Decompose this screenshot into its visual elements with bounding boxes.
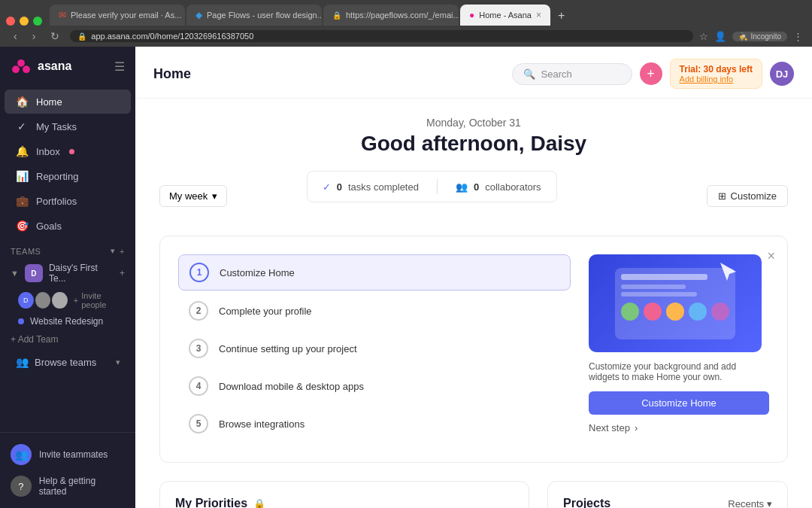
- recents-label: Recents: [728, 498, 764, 509]
- sidebar: asana ☰ 🏠 Home ✓ My Tasks 🔔 Inbox 📊 Repo…: [0, 47, 135, 508]
- collaborators-stat: 👥 0 collaborators: [456, 181, 541, 193]
- sidebar-item-my-tasks[interactable]: ✓ My Tasks: [5, 114, 131, 138]
- projects-title: Projects: [563, 497, 611, 508]
- teams-section-header[interactable]: Teams ▾ +: [11, 246, 125, 256]
- preview-mockup-container: [615, 268, 735, 339]
- teams-section: Teams ▾ +: [0, 239, 135, 259]
- collaborators-icon: 👥: [456, 181, 468, 193]
- member-avatar-3: [52, 292, 68, 309]
- recents-selector[interactable]: Recents ▾: [728, 498, 772, 509]
- sidebar-item-home[interactable]: 🏠 Home: [5, 90, 131, 114]
- week-selector[interactable]: My week ▾: [159, 185, 227, 207]
- menu-button[interactable]: ⋮: [793, 31, 803, 42]
- add-button[interactable]: +: [640, 62, 662, 85]
- step-num-3: 3: [189, 339, 208, 358]
- asana-favicon: ●: [469, 10, 474, 20]
- browser-tab-pageflows[interactable]: ◆ Page Flows - user flow design... ×: [186, 5, 322, 26]
- step-item-3[interactable]: 3 Continue setting up your project: [178, 331, 571, 366]
- week-label: My week: [169, 190, 208, 202]
- sidebar-toggle-button[interactable]: ☰: [114, 59, 125, 74]
- sidebar-label-goals: Goals: [36, 221, 62, 232]
- add-billing-link[interactable]: Add billing info: [680, 75, 753, 84]
- main-header: Home 🔍 Search + Trial: 30 days left Add …: [135, 47, 812, 99]
- tab-label: Page Flows - user flow design...: [207, 11, 322, 20]
- home-content-area: Monday, October 31 Good afternoon, Daisy…: [135, 99, 812, 508]
- browse-teams-label: Browse teams: [35, 357, 96, 368]
- preview-text: Customize your background and add widget…: [589, 361, 769, 382]
- collaborators-num: 0: [474, 181, 479, 193]
- fullscreen-traffic-light[interactable]: [33, 17, 42, 26]
- header-actions: 🔍 Search + Trial: 30 days left Add billi…: [512, 59, 794, 89]
- team-name: Daisy's First Te...: [49, 263, 114, 284]
- recents-chevron: ▾: [767, 498, 772, 509]
- teams-browse-icon: 👥: [15, 355, 29, 369]
- url-text: app.asana.com/0/home/1203269616387050: [91, 32, 253, 41]
- profile-button[interactable]: 👤: [714, 31, 726, 42]
- next-step-link[interactable]: Next step ›: [589, 422, 769, 433]
- mockup-line-1: [621, 274, 707, 280]
- customize-button[interactable]: ⊞ Customize: [707, 185, 788, 207]
- priorities-title: My Priorities 🔒: [175, 497, 265, 508]
- portfolios-icon: 💼: [15, 194, 29, 208]
- greeting-section: Monday, October 31 Good afternoon, Daisy: [159, 117, 788, 156]
- sidebar-item-inbox[interactable]: 🔔 Inbox: [5, 139, 131, 163]
- greeting-title: Good afternoon, Daisy: [159, 132, 788, 156]
- goals-icon: 🎯: [15, 219, 29, 233]
- mockup-line-2: [621, 284, 686, 289]
- new-tab-button[interactable]: +: [552, 6, 571, 26]
- search-icon: 🔍: [523, 68, 535, 80]
- minimize-traffic-light[interactable]: [20, 17, 29, 26]
- back-button[interactable]: ‹: [9, 29, 22, 44]
- project-item-website[interactable]: Website Redesign: [0, 313, 135, 330]
- address-bar[interactable]: 🔒 app.asana.com/0/home/1203269616387050: [70, 30, 693, 42]
- sidebar-label-home: Home: [36, 96, 62, 108]
- help-button[interactable]: ? Help & getting started: [0, 470, 135, 502]
- asana-logo[interactable]: asana: [11, 56, 71, 77]
- collapse-teams-icon[interactable]: ▾: [111, 246, 116, 256]
- sidebar-item-goals[interactable]: 🎯 Goals: [5, 214, 131, 238]
- tab-label: Please verify your email · As...: [71, 11, 181, 20]
- projects-header: Projects Recents ▾: [563, 497, 772, 508]
- add-member-icon[interactable]: +: [120, 268, 125, 278]
- step-item-1[interactable]: 1 Customize Home: [178, 254, 571, 291]
- sidebar-item-browse-teams[interactable]: 👥 Browse teams ▾: [5, 350, 131, 374]
- project-name: Website Redesign: [30, 316, 103, 327]
- step-num-2: 2: [189, 301, 208, 321]
- invite-teammates-button[interactable]: 👥 Invite teammates: [0, 439, 135, 470]
- add-team-icon[interactable]: +: [120, 247, 125, 256]
- sidebar-bottom: 👥 Invite teammates ? Help & getting star…: [0, 432, 135, 508]
- sidebar-item-portfolios[interactable]: 💼 Portfolios: [5, 189, 131, 213]
- asana-logo-icon: [11, 56, 32, 77]
- checkmark-icon: ✓: [323, 181, 331, 193]
- add-team-button[interactable]: + Add Team: [0, 330, 135, 349]
- close-onboarding-button[interactable]: ×: [767, 248, 775, 264]
- sidebar-item-reporting[interactable]: 📊 Reporting: [5, 164, 131, 188]
- tab-label: Home - Asana: [479, 11, 532, 20]
- customize-home-button[interactable]: Customize Home: [589, 391, 769, 415]
- help-label: Help & getting started: [39, 476, 125, 497]
- browser-tab-pageflows2[interactable]: 🔒 https://pageflows.com/_/emai... ×: [323, 5, 459, 26]
- mockup-avatar-3: [666, 303, 684, 321]
- browser-tabs: ✉ Please verify your email · As... × ◆ P…: [0, 0, 812, 26]
- step-item-4[interactable]: 4 Download mobile & desktop apps: [178, 369, 571, 403]
- step-num-1: 1: [189, 263, 209, 282]
- browser-tab-email[interactable]: ✉ Please verify your email · As... ×: [50, 5, 185, 26]
- search-box[interactable]: 🔍 Search: [512, 63, 632, 85]
- incognito-badge: 🕵 Incognito: [732, 32, 787, 41]
- invite-people-link[interactable]: + Invite people: [74, 291, 125, 309]
- browser-tab-asana[interactable]: ● Home - Asana ×: [460, 5, 550, 26]
- projects-section: Projects Recents ▾ + Create Project: [547, 481, 788, 508]
- tasks-completed-label: tasks completed: [348, 181, 419, 193]
- close-tab-icon[interactable]: ×: [536, 10, 541, 20]
- close-traffic-light[interactable]: [6, 17, 15, 26]
- customize-icon: ⊞: [718, 190, 726, 202]
- forward-button[interactable]: ›: [28, 29, 41, 44]
- team-item-daisy[interactable]: ▼ D Daisy's First Te... +: [0, 259, 135, 287]
- app-layout: asana ☰ 🏠 Home ✓ My Tasks 🔔 Inbox 📊 Repo…: [0, 47, 812, 508]
- svg-point-1: [12, 65, 20, 73]
- user-avatar[interactable]: DJ: [770, 62, 794, 86]
- step-item-2[interactable]: 2 Complete your profile: [178, 294, 571, 328]
- reload-button[interactable]: ↻: [46, 29, 64, 44]
- bookmark-button[interactable]: ☆: [699, 31, 708, 42]
- step-item-5[interactable]: 5 Browse integrations: [178, 406, 571, 441]
